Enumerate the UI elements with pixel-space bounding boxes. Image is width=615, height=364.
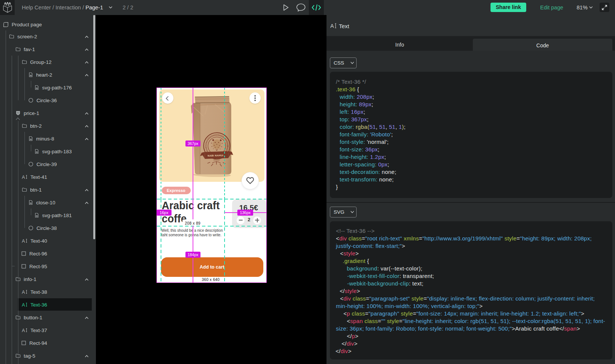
svg-text:A: A — [330, 23, 334, 29]
svg-text:A: A — [22, 175, 25, 180]
svg-text:A: A — [22, 290, 25, 295]
svg-text:A: A — [22, 239, 25, 244]
svg-text:A: A — [22, 328, 25, 333]
svg-text:NABI NAHUI: NABI NAHUI — [208, 154, 223, 157]
svg-text:A: A — [22, 302, 25, 308]
